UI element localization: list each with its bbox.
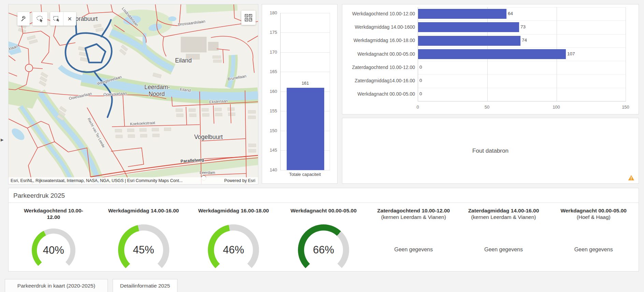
gauge-title: Werkdagmiddag 16.00-18.00	[188, 207, 278, 214]
y-axis-tick: 175	[263, 30, 277, 35]
gauge-title: Zaterdagochtend 10.00-12.00 (kernen Leer…	[369, 207, 459, 221]
gauge-werkdagnacht: 66%	[298, 224, 349, 276]
map-label-city: Leerdam	[200, 170, 215, 175]
gauge-werkdagochtend: 40%	[32, 228, 75, 272]
gauge-title: Werkdagnacht 00.00-05.00	[278, 207, 369, 214]
gauge-value: 40%	[32, 228, 75, 272]
tab-detailinformatie-2025[interactable]: Detailinformatie 2025	[113, 279, 177, 292]
map-tool-rectangle-select-button[interactable]	[50, 12, 63, 26]
bar-value-label: 107	[567, 51, 575, 56]
gauge-value: 45%	[118, 224, 169, 276]
gauge-column-zaterdagochtend: Zaterdagochtend 10.00-12.00 (kernen Leer…	[369, 203, 459, 272]
category-label: Werkdagmiddag 16.00-18.00	[345, 38, 415, 43]
bar-werkdagmiddag-16	[418, 36, 520, 46]
gridline	[418, 20, 626, 21]
expand-arrow-icon: ▶	[1, 138, 3, 142]
y-axis-tick: 155	[263, 108, 277, 113]
bar-value-label: 0	[419, 91, 422, 96]
bar-werkdagmiddag-14	[418, 22, 519, 32]
sidebar-expand-button[interactable]: ▶	[1, 135, 6, 144]
gauge-row: Werkdagochtend 10.00-12.00 40% Werkdagmi…	[9, 203, 639, 272]
gauge-werkdagmiddag-16: 46%	[208, 224, 259, 276]
period-chart-panel: Werkdagochtend 10.00-12.00 Werkdagmiddag…	[342, 4, 639, 114]
gauge-column-werkdagnacht: Werkdagnacht 00.00-05.00 66%	[278, 203, 369, 272]
map-label-neighborhood: Eiland	[175, 57, 192, 64]
y-axis-tick: 160	[263, 89, 277, 94]
error-panel: Fout databron	[342, 118, 639, 184]
powered-by-esri: Powered by Esri	[224, 178, 255, 183]
bar-value-label: 74	[522, 38, 527, 43]
map-attribution: Esri, EsriNL, Rijkswaterstaat, Intermap,…	[9, 177, 258, 184]
gridline	[418, 74, 626, 74]
gauge-value: 66%	[298, 224, 349, 276]
gauge-column-zaterdagmiddag: Zaterdagmiddag 14.00-16.00 (kernen Leerd…	[459, 203, 549, 272]
gridline	[418, 61, 626, 61]
gridline	[626, 7, 626, 101]
y-axis-tick: 145	[263, 148, 277, 153]
gauge-column-werkdagmiddag-16: Werkdagmiddag 16.00-18.00 46%	[188, 203, 278, 272]
bar-value-label: 161	[281, 81, 330, 86]
map-tool-wrench-button[interactable]	[17, 12, 30, 26]
capacity-bar	[287, 88, 324, 170]
parkeerdruk-panel: Parkeerdruk 2025 Werkdagochtend 10.00-12…	[8, 188, 639, 272]
map-tool-clear-selection-button[interactable]: ✕	[63, 12, 76, 26]
warning-icon[interactable]	[628, 175, 634, 181]
gauge-subtitle: (Hoef & Haag)	[552, 214, 635, 220]
gauge-title: Zaterdagmiddag 14.00-16.00 (kernen Leerd…	[459, 207, 549, 221]
map-tool-lasso-select-button[interactable]	[32, 12, 47, 26]
gauge-column-werkdagnacht-hoef: Werkdagnacht 00.00-05.00 (Hoef & Haag) G…	[548, 203, 639, 272]
gauge-value: 46%	[208, 224, 259, 276]
x-axis-tick: 50	[480, 105, 494, 110]
map-panel[interactable]: orabuurt Lisdoddelaan Drossaardslaan Eil…	[8, 4, 258, 184]
attribution-text: Esri, EsriNL, Rijkswaterstaat, Intermap,…	[11, 178, 183, 183]
bar-werkdagnacht	[418, 49, 566, 59]
map-label-neighborhood: Vogelbuurt	[194, 134, 223, 141]
gridline	[418, 88, 626, 88]
x-axis-tick: 150	[619, 105, 632, 110]
close-icon: ✕	[68, 16, 72, 22]
gauge-werkdagmiddag-14: 45%	[118, 224, 169, 276]
gauge-title-text: Werkdagochtend 10.00-12.00	[22, 207, 86, 221]
tab-label: Parkeerdruk in kaart (2020-2025)	[17, 283, 95, 289]
period-chart-plot	[418, 7, 626, 101]
gauge-subtitle: (kernen Leerdam & Vianen)	[462, 214, 545, 220]
category-label: Werkdagmiddag 14.00-1600	[345, 24, 415, 30]
gauge-column-werkdagmiddag-14: Werkdagmiddag 14.00-16.00 45%	[99, 203, 189, 272]
y-axis-tick: 140	[263, 167, 277, 172]
category-label: Werkdagochtend 10.00-12.00	[345, 11, 415, 16]
gridline	[418, 7, 626, 8]
gauge-title: Werkdagmiddag 14.00-16.00	[99, 207, 189, 214]
gauge-title: Werkdagochtend 10.00-12.00	[9, 207, 99, 221]
y-axis-tick: 165	[263, 69, 277, 74]
capacity-chart-panel: 180 175 170 165 160 155 150 145 140 161 …	[262, 4, 338, 184]
layout-grid-icon	[244, 14, 253, 22]
gauge-title: Werkdagnacht 00.00-05.00 (Hoef & Haag)	[548, 207, 639, 221]
y-axis-tick: 170	[263, 50, 277, 55]
x-axis-tick: 0	[411, 105, 425, 110]
error-message: Fout databron	[472, 148, 509, 154]
map-canvas[interactable]	[9, 4, 258, 184]
map-overview-button[interactable]	[241, 11, 256, 25]
map-tool-group: ✕	[50, 12, 76, 26]
map-label-neighborhood: orabuurt	[75, 15, 98, 23]
gridline	[280, 170, 330, 170]
category-label: Zaterdagochtend 10.00-12.00	[345, 65, 415, 70]
no-data-label: Geen gegevens	[548, 247, 639, 253]
bar-werkdagochtend	[418, 9, 506, 19]
bar-value-label: 0	[419, 65, 422, 70]
map-label-neighborhood: Noord	[144, 91, 169, 98]
no-data-label: Geen gegevens	[459, 247, 549, 253]
tab-parkeerdruk-in-kaart[interactable]: Parkeerdruk in kaart (2020-2025)	[5, 279, 108, 292]
capacity-chart-plot: 161	[280, 13, 330, 170]
dashboard: ▶	[0, 0, 644, 292]
category-label: Werkdagnacht 00.00-05.00	[345, 91, 415, 97]
x-axis-category-label: Totale capaciteit	[280, 172, 330, 177]
wrench-icon	[20, 15, 27, 22]
gauge-title-text: Zaterdagochtend 10.00-12.00	[372, 207, 455, 214]
tab-label: Detailinformatie 2025	[120, 283, 170, 289]
category-label: Werkdagnacht 00.00-05.00	[345, 51, 415, 57]
bar-value-label: 64	[508, 11, 513, 16]
panel-title: Parkeerdruk 2025	[13, 192, 65, 199]
y-axis-tick: 150	[263, 128, 277, 133]
rectangle-select-icon	[53, 15, 60, 22]
